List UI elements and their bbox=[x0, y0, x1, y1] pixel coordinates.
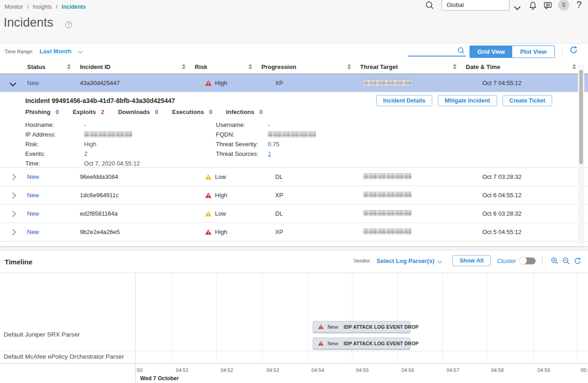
column-header-threat-target[interactable]: Threat Target bbox=[360, 63, 398, 70]
timeline-chart[interactable]: Default Juniper SRX Parser Default McAfe… bbox=[0, 273, 588, 383]
breadcrumb-monitor[interactable]: Monitor bbox=[5, 4, 23, 10]
incident-id: 96eefdda3084 bbox=[80, 173, 195, 180]
gridline bbox=[577, 273, 577, 363]
feedback-comment-icon[interactable] bbox=[543, 1, 552, 11]
gridline bbox=[172, 273, 172, 363]
warning-triangle-icon bbox=[205, 211, 212, 217]
hostname-value: - bbox=[84, 121, 86, 128]
incident-id: 1dc6e964911c bbox=[80, 192, 195, 199]
log-parser-select-label: Select Log Parser(s) bbox=[377, 257, 435, 264]
help-icon[interactable]: ? bbox=[577, 0, 582, 10]
counter-value[interactable]: 0 bbox=[155, 109, 158, 115]
counter-label: Executions bbox=[172, 109, 204, 115]
status-link[interactable]: New bbox=[25, 80, 80, 86]
warning-triangle-icon bbox=[318, 324, 324, 329]
breadcrumb-incidents[interactable]: Incidents bbox=[62, 4, 86, 10]
chevron-down-icon bbox=[438, 258, 442, 263]
sort-icon[interactable] bbox=[572, 64, 576, 69]
status-link[interactable]: New bbox=[25, 192, 80, 199]
date-time: Oct 6 04:55:12 bbox=[466, 192, 588, 199]
grid-search-input[interactable] bbox=[408, 46, 466, 57]
status-link[interactable]: New bbox=[25, 229, 80, 235]
counter-value[interactable]: 0 bbox=[209, 109, 212, 115]
toggle-knob[interactable] bbox=[520, 257, 527, 264]
sort-icon[interactable] bbox=[67, 64, 71, 69]
show-all-button[interactable]: Show All bbox=[452, 255, 490, 266]
progression-value: XP bbox=[261, 80, 360, 86]
counter-executions: Executions 0 bbox=[172, 109, 213, 115]
counter-label: Infections bbox=[226, 109, 254, 115]
counter-value[interactable]: 0 bbox=[260, 109, 263, 115]
time-range-select[interactable]: Last Month bbox=[40, 48, 82, 55]
table-row[interactable]: New ed2f8581164a Low DL Oct 6 03:28:32 bbox=[0, 205, 588, 223]
title-help-icon[interactable]: ? bbox=[65, 21, 72, 28]
breadcrumb-insights[interactable]: Insights bbox=[33, 4, 51, 10]
expand-chevron-icon[interactable] bbox=[9, 229, 16, 235]
log-parser-select[interactable]: Select Log Parser(s) bbox=[377, 257, 442, 264]
counter-label: Phishing bbox=[25, 109, 51, 115]
table-row[interactable]: New 96eefdda3084 Low DL Oct 7 03:28:32 bbox=[0, 168, 588, 186]
redacted-threat-target bbox=[363, 80, 412, 86]
search-icon[interactable] bbox=[458, 47, 465, 56]
table-row[interactable]: New 9b2e2e4a26e5 High XP Oct 5 04:55:12 bbox=[0, 223, 588, 241]
collapse-chevron-icon[interactable] bbox=[9, 80, 16, 86]
status-link[interactable]: New bbox=[25, 210, 80, 217]
user-avatar[interactable]: S bbox=[558, 0, 569, 11]
cluster-toggle[interactable] bbox=[520, 257, 536, 264]
chevron-down-icon[interactable] bbox=[515, 3, 520, 11]
plot-view-button[interactable]: Plot View bbox=[512, 46, 554, 57]
refresh-icon[interactable] bbox=[574, 257, 582, 265]
page-title: Incidents bbox=[4, 16, 53, 30]
threat-severity-value: 0.75 bbox=[268, 141, 279, 148]
expand-chevron-icon[interactable] bbox=[9, 173, 16, 180]
status-link[interactable]: New bbox=[25, 173, 80, 180]
breadcrumb: Monitor / Insights / Incidents bbox=[5, 4, 86, 10]
create-ticket-button[interactable]: Create Ticket bbox=[503, 95, 552, 106]
zoom-out-icon[interactable] bbox=[562, 257, 570, 265]
gridline bbox=[487, 273, 487, 363]
axis-tick: 04:55 bbox=[356, 367, 369, 373]
table-row[interactable]: New 1dc6e964911c High XP Oct 6 04:55:12 bbox=[0, 186, 588, 205]
lane-label-juniper-srx: Default Juniper SRX Parser bbox=[4, 331, 80, 338]
column-header-status[interactable]: Status bbox=[27, 63, 45, 70]
counter-infections: Infections 0 bbox=[226, 109, 263, 115]
incident-details-button[interactable]: Incident Details bbox=[376, 95, 432, 106]
sort-icon[interactable] bbox=[182, 64, 186, 69]
scope-select[interactable]: Global bbox=[441, 0, 509, 11]
grid-view-button[interactable]: Grid View bbox=[470, 46, 512, 57]
refresh-icon[interactable] bbox=[569, 46, 578, 56]
incident-actions: Incident Details Mitigate Incident Creat… bbox=[376, 95, 552, 106]
sort-icon[interactable] bbox=[453, 64, 457, 69]
expand-chevron-icon[interactable] bbox=[9, 210, 16, 217]
counter-value[interactable]: 2 bbox=[101, 109, 104, 115]
incident-id: 9b2e2e4a26e5 bbox=[80, 229, 195, 235]
table-row[interactable]: New 43a30d425447 High XP Oct 7 04:55:12 bbox=[0, 74, 588, 92]
axis-line bbox=[0, 363, 588, 364]
column-header-incident-id[interactable]: Incident ID bbox=[80, 63, 110, 70]
column-header-risk[interactable]: Risk bbox=[195, 63, 207, 70]
warning-triangle-icon bbox=[318, 341, 324, 346]
cluster-label: Cluster bbox=[497, 257, 516, 264]
mitigate-incident-button[interactable]: Mitigate Incident bbox=[438, 95, 497, 106]
events-value: 2 bbox=[84, 150, 87, 157]
search-icon[interactable] bbox=[425, 1, 434, 11]
sort-icon[interactable] bbox=[249, 64, 252, 69]
scrollbar-thumb[interactable] bbox=[579, 70, 583, 164]
column-header-date-time[interactable]: Date & Time bbox=[466, 63, 500, 70]
notifications-bell-icon[interactable] bbox=[528, 0, 537, 11]
incident-id: 43a30d425447 bbox=[80, 80, 195, 86]
axis-tick: 04:57 bbox=[447, 367, 459, 373]
expand-chevron-icon[interactable] bbox=[9, 192, 16, 198]
incident-detail-panel: Incident 99491456-a34b-41d7-8bfb-43a30d4… bbox=[0, 92, 588, 168]
time-range-label: Time Range: bbox=[5, 49, 34, 54]
threat-sources-link[interactable]: 1 bbox=[268, 150, 271, 157]
field-label: Threat Sources: bbox=[216, 150, 268, 157]
sort-icon[interactable] bbox=[347, 64, 351, 69]
column-header-progression[interactable]: Progression bbox=[261, 63, 296, 70]
view-toggle: Grid View Plot View bbox=[469, 46, 555, 58]
zoom-in-icon[interactable] bbox=[551, 257, 559, 265]
timeline-event-badge[interactable]: New IDP ATTACK LOG EVENT DROP bbox=[313, 321, 410, 332]
timeline-event-badge[interactable]: New IDP ATTACK LOG EVENT DROP bbox=[313, 337, 410, 349]
progression-value: DL bbox=[261, 210, 360, 217]
counter-value[interactable]: 0 bbox=[56, 109, 59, 115]
